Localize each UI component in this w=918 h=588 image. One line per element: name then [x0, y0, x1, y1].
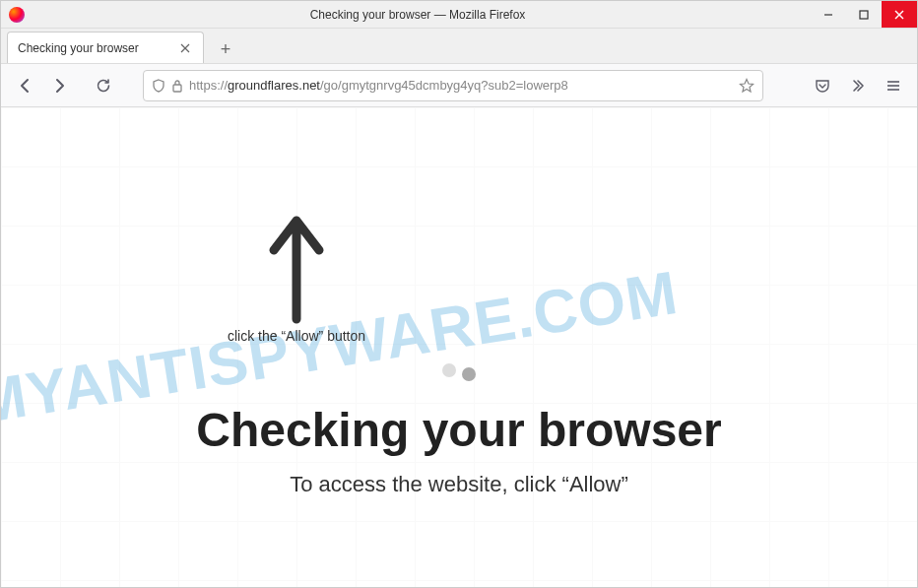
svg-rect-1 [860, 11, 868, 19]
tab-bar: Checking your browser + [1, 29, 917, 64]
minimize-button[interactable] [811, 1, 846, 28]
plus-icon: + [221, 39, 231, 60]
url-text: https://groundflares.net/go/gmytgnrvg45d… [189, 78, 733, 93]
tab-active[interactable]: Checking your browser [7, 32, 204, 63]
window-title: Checking your browser — Mozilla Firefox [25, 8, 811, 22]
reload-button[interactable] [88, 70, 119, 101]
forward-button[interactable] [44, 70, 76, 101]
window-controls [811, 1, 917, 28]
maximize-button[interactable] [846, 1, 882, 28]
url-bar[interactable]: https://groundflares.net/go/gmytgnrvg45d… [143, 70, 763, 101]
shield-icon [152, 79, 165, 93]
spinner-dot-icon [462, 367, 476, 381]
lock-icon [171, 79, 183, 93]
arrow-up-icon [262, 206, 331, 324]
close-icon [180, 43, 190, 53]
app-menu-button[interactable] [878, 70, 909, 101]
background-grid [1, 107, 917, 588]
page-heading: Checking your browser [1, 403, 917, 457]
minimize-icon [823, 10, 833, 20]
back-button[interactable] [9, 70, 40, 101]
hamburger-icon [885, 78, 901, 94]
tab-close-button[interactable] [177, 40, 193, 56]
url-path: /go/gmytgnrvg45dcmbyg4yq?sub2=lowerp8 [320, 78, 568, 93]
page-subheading: To access the website, click “Allow” [1, 472, 917, 497]
pocket-button[interactable] [807, 70, 838, 101]
tab-title: Checking your browser [18, 41, 169, 55]
new-tab-button[interactable]: + [212, 35, 239, 63]
close-button[interactable] [882, 1, 917, 28]
chevron-double-right-icon [850, 78, 866, 94]
window-title-bar: Checking your browser — Mozilla Firefox [1, 1, 917, 29]
arrow-left-icon [16, 77, 33, 95]
url-protocol: https:// [189, 78, 228, 93]
svg-rect-6 [173, 85, 181, 92]
loading-spinner [442, 363, 476, 377]
maximize-icon [859, 10, 869, 20]
bookmark-star-icon[interactable] [739, 78, 754, 94]
arrow-hint-container: click the “Allow” button [228, 206, 365, 344]
page-content: MYANTISPYWARE.COM click the “Allow” butt… [1, 107, 917, 588]
navigation-toolbar: https://groundflares.net/go/gmytgnrvg45d… [1, 64, 917, 107]
arrow-right-icon [51, 77, 69, 95]
close-icon [894, 10, 904, 20]
url-domain: groundflares.net [228, 78, 320, 93]
overflow-button[interactable] [842, 70, 874, 101]
firefox-logo-icon [9, 7, 25, 23]
pocket-icon [815, 78, 830, 94]
reload-icon [96, 78, 111, 94]
arrow-hint-text: click the “Allow” button [228, 328, 365, 344]
spinner-dot-icon [442, 363, 456, 377]
